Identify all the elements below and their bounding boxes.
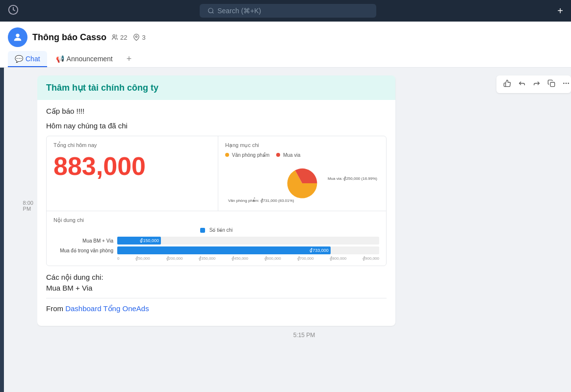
svg-point-3 xyxy=(16,34,19,37)
bar-value-2: ₫733,000 xyxy=(310,248,329,253)
left-sidebar xyxy=(0,68,4,392)
expenditure-list: Các nội dung chi: Mua BM + Via xyxy=(46,273,387,292)
reply-button[interactable] xyxy=(516,78,528,90)
divider xyxy=(46,298,387,298)
svg-point-1 xyxy=(208,8,213,13)
announcement-tab-icon: 📢 xyxy=(56,55,64,63)
legend-dot-vanphong xyxy=(225,153,229,157)
legend-label-vanphong: Văn phòng phẩm xyxy=(232,152,270,158)
total-section-label: Tổng chi hôm nay xyxy=(53,142,211,148)
chart-top-row: Tổng chi hôm nay 883,000 Hạng mục chi xyxy=(47,136,386,211)
bar-track-1: ₫150,000 xyxy=(117,237,379,245)
dashboard-link[interactable]: Dashboard Tổng OneAds xyxy=(65,304,149,313)
alert-text: Cấp báo !!!! xyxy=(46,107,387,116)
chart-container: Tổng chi hôm nay 883,000 Hạng mục chi xyxy=(46,136,387,266)
chart-total: Tổng chi hôm nay 883,000 xyxy=(47,136,218,211)
announcement-tab-label: Announcement xyxy=(67,55,113,63)
channel-header: Thông báo Casso 22 3 💬 Chat 📢 Announceme… xyxy=(0,22,571,68)
svg-line-2 xyxy=(212,12,214,14)
bar-legend: Số tiền chi xyxy=(53,227,379,233)
pie-label-mua-via: Mua via: ₫250,000 (16.99%) xyxy=(328,176,377,181)
tab-announcement[interactable]: 📢 Announcement xyxy=(49,51,120,67)
expenditure-header: Các nội dung chi: xyxy=(46,273,387,282)
bar-legend-dot xyxy=(200,228,205,233)
chart-bottom: Nội dung chi Số tiền chi Mua BM + Via xyxy=(47,211,386,266)
bar-row-2: Mua đồ trong văn phòng ₫733,000 xyxy=(53,246,379,254)
bar-label-2: Mua đồ trong văn phòng xyxy=(53,248,117,253)
copy-button[interactable] xyxy=(545,78,557,90)
members-count: 22 xyxy=(111,34,127,41)
like-button[interactable] xyxy=(501,78,513,90)
message-content: Thâm hụt tài chính công ty Cấp báo !!!! … xyxy=(37,74,493,328)
message-body: Cấp báo !!!! Hôm nay chúng ta đã chi Tổn… xyxy=(37,100,395,326)
pie-legend: Văn phòng phẩm Mua via xyxy=(225,152,379,158)
tab-add-button[interactable]: + xyxy=(122,51,137,67)
bar-section-label: Nội dung chi xyxy=(53,217,379,223)
topbar: Search (⌘+K) + xyxy=(0,0,571,22)
bar-fill-1: ₫150,000 xyxy=(117,237,161,245)
message-card: Thâm hụt tài chính công ty Cấp báo !!!! … xyxy=(37,75,395,326)
legend-van-phong-pham: Văn phòng phẩm xyxy=(225,152,269,158)
search-bar[interactable]: Search (⌘+K) xyxy=(200,4,376,18)
from-link: From Dashboard Tổng OneAds xyxy=(46,304,387,313)
search-placeholder: Search (⌘+K) xyxy=(217,7,261,15)
svg-point-8 xyxy=(566,83,567,84)
main-layout: 8:00PM Thâm hụt tài chính công ty Cấp bá… xyxy=(0,68,571,392)
more-button[interactable] xyxy=(560,78,571,90)
channel-name: Thông báo Casso xyxy=(32,32,106,43)
action-buttons-row xyxy=(496,75,571,93)
message-wrapper: Thâm hụt tài chính công ty Cấp báo !!!! … xyxy=(37,74,571,328)
bar-row-1: Mua BM + Via ₫150,000 xyxy=(53,237,379,245)
chat-tab-label: Chat xyxy=(26,55,40,63)
timestamp: 5:15 PM xyxy=(37,328,571,343)
spent-text: Hôm nay chúng ta đã chi xyxy=(46,122,387,130)
expenditure-item-1: Mua BM + Via xyxy=(46,284,387,292)
pie-area: Mua via: ₫250,000 (16.99%) Văn phòng phẩ… xyxy=(225,162,379,205)
svg-rect-6 xyxy=(550,82,555,87)
bar-label-1: Mua BM + Via xyxy=(53,238,117,244)
time-column: 8:00PM xyxy=(4,68,37,392)
channel-avatar xyxy=(8,27,27,47)
forward-button[interactable] xyxy=(531,78,543,90)
channel-meta: 22 3 xyxy=(111,34,146,41)
chat-tab-icon: 💬 xyxy=(15,55,23,63)
tab-chat[interactable]: 💬 Chat xyxy=(8,51,47,67)
svg-point-4 xyxy=(113,35,115,37)
time-8pm: 8:00PM xyxy=(23,200,33,212)
pins-count: 3 xyxy=(133,34,145,41)
history-icon[interactable] xyxy=(8,4,19,17)
legend-mua-via: Mua via xyxy=(276,152,300,158)
add-button[interactable]: + xyxy=(557,5,563,17)
bar-legend-label: Số tiền chi xyxy=(209,227,233,233)
svg-point-5 xyxy=(136,36,138,38)
bar-value-1: ₫150,000 xyxy=(140,238,159,243)
pie-label-van-phong: Văn phòng phẩm: ₫731,000 (83.01%) xyxy=(228,198,294,203)
message-header: Thâm hụt tài chính công ty xyxy=(37,75,395,100)
category-section-label: Hạng mục chi xyxy=(225,142,379,148)
bar-track-2: ₫733,000 xyxy=(117,246,379,254)
message-actions xyxy=(493,74,571,328)
pie-chart-svg xyxy=(280,164,324,203)
messages-area[interactable]: Thâm hụt tài chính công ty Cấp báo !!!! … xyxy=(37,68,571,392)
legend-dot-muavia xyxy=(276,153,280,157)
legend-label-muavia: Mua via xyxy=(283,152,300,158)
total-amount: 883,000 xyxy=(53,152,211,180)
svg-point-9 xyxy=(568,83,569,84)
bar-fill-2: ₫733,000 xyxy=(117,246,331,254)
tabs-row: 💬 Chat 📢 Announcement + xyxy=(8,51,563,67)
bar-axis: 0 ₫50,000 ₫200,000 ₫350,000 ₫450,000 ₫60… xyxy=(117,256,379,261)
chart-pie: Hạng mục chi Văn phòng phẩm xyxy=(218,136,386,211)
svg-point-7 xyxy=(563,83,565,84)
message-title: Thâm hụt tài chính công ty xyxy=(46,83,158,93)
